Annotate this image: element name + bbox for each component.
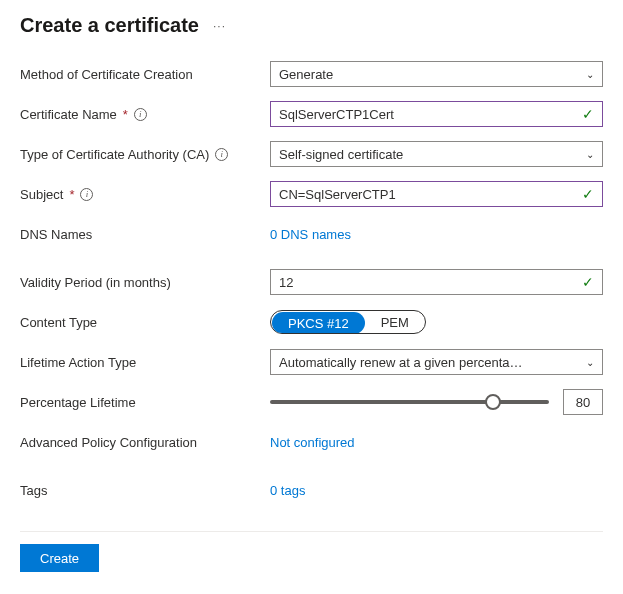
subject-value: CN=SqlServerCTP1 — [279, 187, 396, 202]
required-marker: * — [69, 187, 74, 202]
tags-label: Tags — [20, 483, 47, 498]
ca-select[interactable]: Self-signed certificate ⌄ — [270, 141, 603, 167]
name-input[interactable]: SqlServerCTP1Cert ✓ — [270, 101, 603, 127]
method-select[interactable]: Generate ⌄ — [270, 61, 603, 87]
check-icon: ✓ — [582, 186, 594, 202]
content-type-pem[interactable]: PEM — [365, 311, 425, 333]
lifetime-select[interactable]: Automatically renew at a given percentag… — [270, 349, 603, 375]
dns-link[interactable]: 0 DNS names — [270, 227, 351, 242]
content-type-toggle[interactable]: PKCS #12 PEM — [270, 310, 426, 334]
name-label: Certificate Name — [20, 107, 117, 122]
ca-label: Type of Certificate Authority (CA) — [20, 147, 209, 162]
validity-input[interactable]: 12 ✓ — [270, 269, 603, 295]
dns-label: DNS Names — [20, 227, 92, 242]
method-value: Generate — [279, 67, 333, 82]
tags-link[interactable]: 0 tags — [270, 483, 305, 498]
chevron-down-icon: ⌄ — [586, 357, 594, 368]
validity-value: 12 — [279, 275, 293, 290]
page-title: Create a certificate — [20, 14, 199, 37]
chevron-down-icon: ⌄ — [586, 149, 594, 160]
subject-label: Subject — [20, 187, 63, 202]
required-marker: * — [123, 107, 128, 122]
info-icon[interactable]: i — [80, 188, 93, 201]
name-value: SqlServerCTP1Cert — [279, 107, 394, 122]
subject-input[interactable]: CN=SqlServerCTP1 ✓ — [270, 181, 603, 207]
content-type-pkcs[interactable]: PKCS #12 — [272, 312, 365, 334]
percent-input[interactable]: 80 — [563, 389, 603, 415]
method-label: Method of Certificate Creation — [20, 67, 193, 82]
lifetime-value: Automatically renew at a given percentag… — [279, 355, 529, 370]
percent-value: 80 — [576, 395, 590, 410]
more-icon[interactable]: ··· — [213, 19, 226, 33]
info-icon[interactable]: i — [134, 108, 147, 121]
create-button[interactable]: Create — [20, 544, 99, 572]
slider-thumb[interactable] — [485, 394, 501, 410]
ca-value: Self-signed certificate — [279, 147, 403, 162]
lifetime-label: Lifetime Action Type — [20, 355, 136, 370]
check-icon: ✓ — [582, 274, 594, 290]
advanced-link[interactable]: Not configured — [270, 435, 355, 450]
check-icon: ✓ — [582, 106, 594, 122]
chevron-down-icon: ⌄ — [586, 69, 594, 80]
percent-slider[interactable] — [270, 400, 549, 404]
percent-label: Percentage Lifetime — [20, 395, 136, 410]
advanced-label: Advanced Policy Configuration — [20, 435, 197, 450]
info-icon[interactable]: i — [215, 148, 228, 161]
validity-label: Validity Period (in months) — [20, 275, 171, 290]
content-label: Content Type — [20, 315, 97, 330]
